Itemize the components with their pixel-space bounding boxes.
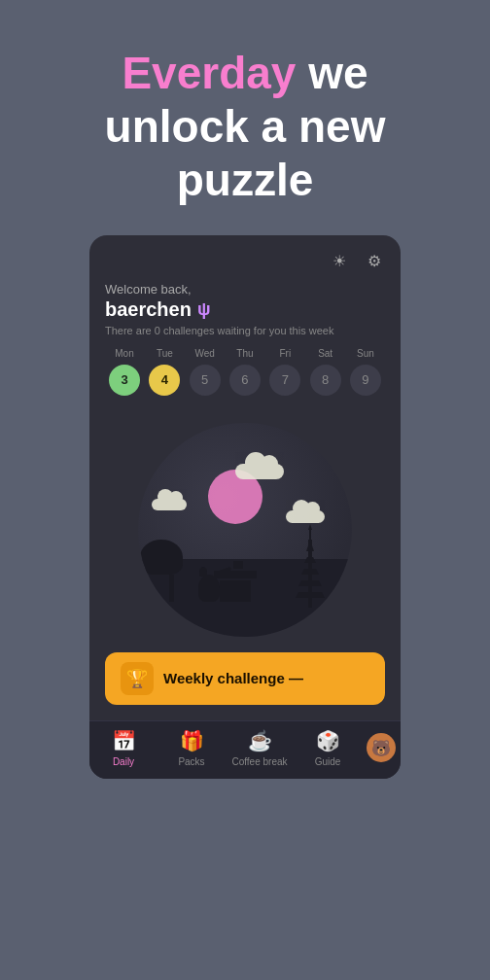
svg-marker-7 bbox=[308, 524, 312, 530]
settings-icon[interactable]: ⚙ bbox=[364, 251, 385, 272]
welcome-text: Welcome back, bbox=[105, 282, 385, 297]
hero-line2: unlock a new bbox=[105, 101, 386, 152]
day-label-sun: Sun bbox=[357, 348, 374, 359]
nav-daily[interactable]: 📅 Daily bbox=[94, 729, 153, 767]
tree-top bbox=[140, 540, 183, 575]
app-card: ☀ ⚙ Welcome back, baerchen ψ There are 0… bbox=[89, 235, 401, 779]
hero-line3: puzzle bbox=[177, 155, 314, 205]
bottom-nav: 📅 Daily 🎁 Packs ☕ Coffee break 🎲 Guide 🐻 bbox=[89, 720, 401, 779]
day-fri[interactable]: Fri 7 bbox=[269, 348, 300, 396]
nav-label-packs: Packs bbox=[178, 756, 204, 767]
day-circle-sun[interactable]: 9 bbox=[350, 365, 381, 396]
day-label-mon: Mon bbox=[115, 348, 133, 359]
days-row: Mon 3 Tue 4 Wed 5 Thu 6 Fri 7 Sat 8 bbox=[105, 348, 385, 396]
nav-packs[interactable]: 🎁 Packs bbox=[162, 729, 221, 767]
user-name-row: baerchen ψ bbox=[105, 298, 385, 321]
card-top: ☀ ⚙ Welcome back, baerchen ψ There are 0… bbox=[89, 235, 401, 403]
pavilion-silhouette bbox=[220, 561, 257, 602]
svg-marker-4 bbox=[304, 557, 316, 563]
nav-label-coffee: Coffee break bbox=[231, 756, 287, 767]
day-label-thu: Thu bbox=[236, 348, 253, 359]
day-thu[interactable]: Thu 6 bbox=[229, 348, 261, 396]
day-circle-wed[interactable]: 5 bbox=[190, 365, 221, 396]
day-tue[interactable]: Tue 4 bbox=[149, 348, 180, 396]
brightness-icon[interactable]: ☀ bbox=[329, 251, 350, 272]
tree-silhouette bbox=[159, 540, 183, 602]
pavilion-base bbox=[220, 580, 251, 602]
day-sun[interactable]: Sun 9 bbox=[350, 348, 381, 396]
daily-icon: 📅 bbox=[112, 729, 136, 752]
packs-icon: 🎁 bbox=[180, 729, 204, 752]
day-circle-tue[interactable]: 4 bbox=[149, 365, 180, 396]
svg-rect-6 bbox=[309, 530, 311, 543]
day-label-sat: Sat bbox=[318, 348, 332, 359]
pavilion-roof bbox=[214, 571, 257, 578]
day-label-wed: Wed bbox=[194, 348, 214, 359]
day-circle-sat[interactable]: 8 bbox=[310, 365, 341, 396]
challenges-text: There are 0 challenges waiting for you t… bbox=[105, 325, 385, 336]
hero-line1-rest: we bbox=[296, 48, 368, 98]
nav-coffee-break[interactable]: ☕ Coffee break bbox=[230, 729, 289, 767]
guide-icon: 🎲 bbox=[316, 729, 340, 752]
day-wed[interactable]: Wed 5 bbox=[190, 348, 221, 396]
illustration-container bbox=[89, 403, 401, 652]
weekly-challenge-label: Weekly challenge — bbox=[163, 670, 369, 686]
hero-header: Everday we unlock a new puzzle bbox=[105, 47, 386, 208]
cloud1 bbox=[235, 464, 284, 479]
svg-marker-3 bbox=[301, 569, 319, 575]
day-mon[interactable]: Mon 3 bbox=[109, 348, 140, 396]
day-circle-fri[interactable]: 7 bbox=[269, 365, 300, 396]
day-label-tue: Tue bbox=[157, 348, 173, 359]
svg-marker-1 bbox=[296, 592, 325, 598]
trophy-icon: 🏆 bbox=[121, 662, 154, 695]
coffee-icon: ☕ bbox=[248, 729, 272, 752]
cat-silhouette bbox=[198, 575, 220, 602]
day-circle-thu[interactable]: 6 bbox=[229, 365, 261, 396]
user-avatar[interactable]: 🐻 bbox=[367, 733, 396, 762]
nav-label-guide: Guide bbox=[315, 756, 341, 767]
nav-label-daily: Daily bbox=[113, 756, 134, 767]
day-circle-mon[interactable]: 3 bbox=[109, 365, 140, 396]
tree-trunk bbox=[169, 575, 174, 602]
nav-guide[interactable]: 🎲 Guide bbox=[298, 729, 357, 767]
svg-marker-5 bbox=[306, 545, 314, 551]
username-text: baerchen bbox=[105, 298, 192, 321]
svg-marker-2 bbox=[298, 580, 322, 586]
weekly-challenge-bar[interactable]: 🏆 Weekly challenge — bbox=[105, 652, 385, 705]
pavilion-top bbox=[233, 561, 243, 569]
hero-highlight: Everday bbox=[122, 48, 296, 98]
pagoda-svg bbox=[286, 520, 334, 617]
user-icon: ψ bbox=[197, 299, 211, 320]
day-label-fri: Fri bbox=[279, 348, 291, 359]
cloud2 bbox=[152, 499, 187, 510]
top-icons: ☀ ⚙ bbox=[105, 251, 385, 272]
day-sat[interactable]: Sat 8 bbox=[310, 348, 341, 396]
scene-circle bbox=[138, 423, 352, 637]
